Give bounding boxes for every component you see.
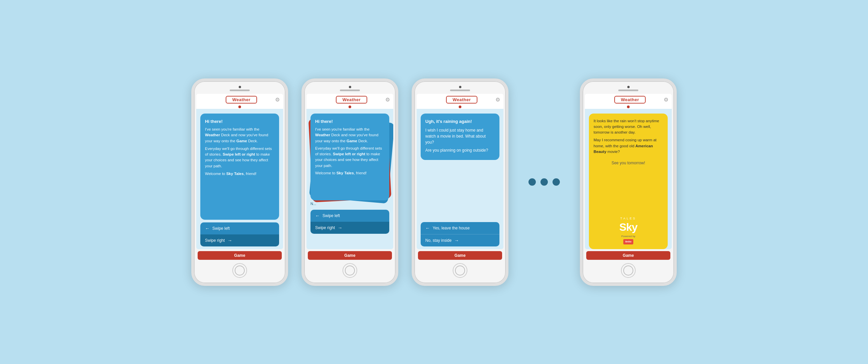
- card-front-p3: Welcome to Sky Tales, friend!: [315, 170, 384, 176]
- phone-screen-2: Weather ⚙ Ugh, it's raining again! I wis…: [307, 94, 393, 249]
- phone-3: Weather ⚙ Ugh, it's raining again! I wis…: [412, 79, 508, 286]
- camera-dot-3: [459, 86, 461, 88]
- card-stack-2: Ugh, it's raining again! I wish I could …: [310, 114, 389, 200]
- swipe-right-btn-1[interactable]: Swipe right →: [200, 235, 279, 246]
- card-front-title: Hi there!: [315, 118, 384, 125]
- game-tab-1[interactable]: Game: [198, 251, 282, 260]
- linno-badge: linlio: [623, 239, 633, 244]
- card-p3-1: Welcome to Sky Tales, friend!: [205, 171, 274, 177]
- sky-logo-text: Sky: [594, 222, 663, 233]
- status-dot-3: [459, 105, 461, 108]
- left-arrow-2: ←: [315, 213, 320, 218]
- card-p2-1: Everyday we'll go through different sets…: [205, 146, 274, 169]
- yellow-card: It looks like the rain won't stop anytim…: [589, 114, 668, 249]
- phone-4: Weather ⚙ It looks like the rain won't s…: [580, 79, 677, 286]
- sky-tales-small: tales: [594, 216, 663, 221]
- yellow-p2: May I recommend cosing up warm at home, …: [594, 137, 663, 155]
- game-tab-4[interactable]: Game: [586, 251, 670, 260]
- phone-2: Weather ⚙ Ugh, it's raining again! I wis…: [302, 79, 398, 286]
- screen-content-2: Ugh, it's raining again! I wish I could …: [307, 109, 393, 249]
- phone-screen-1: Weather ⚙ Hi there! I've seen you're fam…: [196, 94, 283, 249]
- speaker-bar-4: [618, 90, 638, 91]
- rain-card: Ugh, it's raining again! I wish I could …: [421, 114, 499, 160]
- story-card-1: Hi there! I've seen you're familiar with…: [200, 114, 279, 220]
- speaker-bar-2: [340, 90, 360, 91]
- powered-by-text: Powered by: [594, 235, 663, 238]
- left-arrow-1: ←: [205, 226, 210, 231]
- screen-content-3: Ugh, it's raining again! I wish I could …: [416, 109, 503, 249]
- dot-2: [540, 178, 548, 186]
- phone-1: Weather ⚙ Hi there! I've seen you're fam…: [191, 79, 288, 286]
- game-tab-3[interactable]: Game: [418, 251, 502, 260]
- weather-tab-4[interactable]: Weather: [614, 96, 646, 103]
- weather-tab-3[interactable]: Weather: [446, 96, 478, 103]
- home-button-3[interactable]: [453, 263, 467, 278]
- status-dot-1: [238, 105, 241, 108]
- screen-topbar-4: Weather ⚙: [585, 94, 672, 105]
- screen-topbar-2: Weather ⚙: [307, 94, 393, 105]
- phone-bottom-tabs-2: Game: [307, 251, 393, 260]
- phone-top-4: [583, 81, 674, 94]
- rain-p1: I wish I could just stay home and watch …: [425, 127, 495, 145]
- yellow-p1: It looks like the rain won't stop anytim…: [594, 118, 663, 135]
- camera-dot-2: [349, 86, 351, 88]
- screen-topbar-3: Weather ⚙: [416, 94, 503, 105]
- no-arrow: →: [454, 238, 459, 243]
- screen-content-1: Hi there! I've seen you're familiar with…: [196, 109, 283, 249]
- home-button-1[interactable]: [232, 263, 247, 278]
- gear-icon-4[interactable]: ⚙: [664, 96, 669, 103]
- status-dot-2: [348, 105, 351, 108]
- dot-1: [528, 178, 536, 186]
- no-label: No, stay inside: [425, 238, 452, 243]
- phone-screen-3: Weather ⚙ Ugh, it's raining again! I wis…: [416, 94, 503, 249]
- swipe-left-label-2: Swipe left: [322, 213, 340, 218]
- swipe-right-label-1: Swipe right: [205, 238, 225, 243]
- home-button-inner-1: [235, 266, 245, 275]
- game-tab-2[interactable]: Game: [308, 251, 392, 260]
- camera-dot-4: [627, 86, 630, 88]
- gear-icon-1[interactable]: ⚙: [275, 96, 280, 103]
- home-button-2[interactable]: [343, 263, 357, 278]
- gear-icon-3[interactable]: ⚙: [495, 96, 500, 103]
- swipe-right-label-2: Swipe right: [315, 225, 335, 230]
- card-front-p2: Everyday we'll go through different sets…: [315, 146, 384, 169]
- phone-bottom-tabs-4: Game: [585, 251, 672, 260]
- yes-label: Yes, leave the house: [433, 226, 470, 231]
- gear-icon-2[interactable]: ⚙: [385, 96, 390, 103]
- home-button-inner-2: [345, 266, 355, 275]
- right-arrow-2: →: [338, 225, 342, 231]
- right-arrow-1: →: [227, 238, 232, 243]
- yes-arrow: ←: [425, 225, 430, 231]
- camera-dot: [239, 86, 241, 88]
- rain-p2: Are you planning on going outside?: [425, 147, 495, 153]
- home-button-4[interactable]: [621, 263, 636, 278]
- speaker-bar-3: [450, 90, 470, 91]
- swipe-left-btn-2[interactable]: ← Swipe left: [310, 210, 389, 222]
- weather-tab-2[interactable]: Weather: [336, 96, 368, 103]
- card-title-1: Hi there!: [205, 118, 274, 125]
- sky-tales-logo: tales Sky Powered by linlio: [594, 212, 663, 244]
- choice-no[interactable]: No, stay inside →: [421, 235, 499, 246]
- weather-tab-1[interactable]: Weather: [226, 96, 257, 103]
- phone-screen-4: Weather ⚙ It looks like the rain won't s…: [585, 94, 672, 249]
- see-tomorrow: See you tomorrow!: [594, 160, 663, 166]
- phone-top-3: [414, 81, 506, 94]
- rain-title: Ugh, it's raining again!: [425, 118, 495, 125]
- card-p1-1: I've seen you're familiar with the Weath…: [205, 127, 274, 144]
- swipe-choices-1: ← Swipe left Swipe right →: [200, 222, 279, 246]
- card-front-p1: I've seen you're familiar with the Weath…: [315, 127, 384, 144]
- dot-3: [553, 178, 560, 186]
- phone-bottom-tabs-3: Game: [416, 251, 503, 260]
- swipe-left-label-1: Swipe left: [212, 226, 230, 231]
- home-button-inner-4: [623, 266, 633, 275]
- swipe-left-btn-1[interactable]: ← Swipe left: [200, 222, 279, 235]
- choice-yes[interactable]: ← Yes, leave the house: [421, 222, 499, 235]
- swipe-choices-2: ← Swipe left Swipe right →: [310, 210, 389, 234]
- phone-bottom-tabs-1: Game: [196, 251, 283, 260]
- screen-content-4: It looks like the rain won't stop anytim…: [585, 109, 672, 249]
- card-front-2: Hi there! I've seen you're familiar with…: [310, 114, 389, 200]
- choices-area-3: ← Yes, leave the house No, stay inside →: [421, 222, 499, 246]
- scene: Weather ⚙ Hi there! I've seen you're fam…: [191, 79, 677, 286]
- swipe-right-btn-2[interactable]: Swipe right →: [310, 222, 389, 234]
- speaker-bar: [230, 90, 250, 91]
